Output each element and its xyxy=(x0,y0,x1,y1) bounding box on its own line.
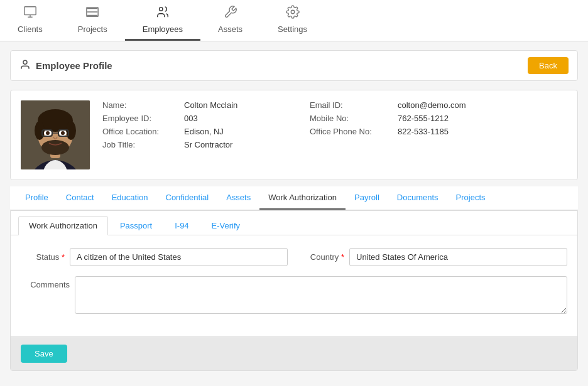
employee-info-card: Name: Colton Mcclain Email ID: colton@de… xyxy=(10,90,578,180)
inner-tabs: Work Authorization Passport I-94 E-Verif… xyxy=(11,211,577,235)
mobile-value: 762-555-1212 xyxy=(398,114,523,123)
employees-icon xyxy=(156,5,170,22)
nav-label-settings: Settings xyxy=(278,24,307,34)
projects-icon xyxy=(85,5,99,22)
name-label: Name: xyxy=(102,100,184,110)
job-title-label: Job Title: xyxy=(102,140,184,149)
location-label: Office Location: xyxy=(102,127,184,136)
employee-id-label: Employee ID: xyxy=(102,114,184,123)
nav-item-assets[interactable]: Assets xyxy=(200,0,260,41)
back-button[interactable]: Back xyxy=(528,57,569,74)
inner-tab-everify[interactable]: E-Verify xyxy=(201,216,251,235)
comments-textarea[interactable] xyxy=(75,276,567,314)
tab-assets[interactable]: Assets xyxy=(217,186,259,210)
main-content: Employee Profile Back xyxy=(0,41,588,380)
tab-education[interactable]: Education xyxy=(103,186,157,210)
nav-label-projects: Projects xyxy=(78,24,107,34)
save-button[interactable]: Save xyxy=(21,345,67,363)
inner-tab-passport[interactable]: Passport xyxy=(109,216,163,235)
job-title-value: Sr Contractor xyxy=(184,140,310,149)
email-value: colton@demo.com xyxy=(398,100,523,110)
top-navigation: Clients Projects Employees Assets xyxy=(0,0,588,41)
location-value: Edison, NJ xyxy=(184,127,310,136)
inner-tab-work-auth[interactable]: Work Authorization xyxy=(18,216,108,235)
svg-rect-0 xyxy=(24,7,36,15)
phone-value: 822-533-1185 xyxy=(398,127,523,136)
nav-label-assets: Assets xyxy=(218,24,242,34)
comments-row: Comments xyxy=(21,276,567,314)
tab-profile[interactable]: Profile xyxy=(16,186,57,210)
nav-item-projects[interactable]: Projects xyxy=(60,0,125,41)
svg-point-20 xyxy=(61,131,65,135)
profile-tabs: Profile Contact Education Confidential A… xyxy=(10,186,578,210)
profile-header-left: Employee Profile xyxy=(19,59,112,73)
mobile-label: Mobile No: xyxy=(310,114,398,123)
nav-label-clients: Clients xyxy=(18,24,43,34)
nav-item-settings[interactable]: Settings xyxy=(260,0,325,41)
svg-point-4 xyxy=(159,8,163,11)
clients-icon xyxy=(23,5,37,22)
work-auth-form: Status * Country * Comments xyxy=(11,235,577,336)
country-group: Country * xyxy=(300,248,567,266)
nav-label-employees: Employees xyxy=(143,24,183,34)
svg-point-6 xyxy=(23,60,27,64)
name-value: Colton Mcclain xyxy=(184,100,310,110)
form-footer: Save xyxy=(11,336,577,370)
svg-point-5 xyxy=(291,10,295,14)
tab-documents[interactable]: Documents xyxy=(388,186,447,210)
tab-work-authorization[interactable]: Work Authorization xyxy=(259,186,346,210)
employee-id-value: 003 xyxy=(184,114,310,123)
employee-details: Name: Colton Mcclain Email ID: colton@de… xyxy=(102,100,523,169)
svg-point-16 xyxy=(41,140,69,155)
status-label: Status * xyxy=(21,252,65,262)
svg-point-19 xyxy=(46,131,50,135)
tab-projects[interactable]: Projects xyxy=(447,186,494,210)
nav-item-employees[interactable]: Employees xyxy=(125,0,200,41)
email-label: Email ID: xyxy=(310,100,398,110)
assets-icon xyxy=(224,5,237,22)
tab-payroll[interactable]: Payroll xyxy=(346,186,388,210)
settings-icon xyxy=(286,5,300,22)
country-input[interactable] xyxy=(349,248,567,266)
tab-contact[interactable]: Contact xyxy=(57,186,103,210)
status-input[interactable] xyxy=(70,248,288,266)
phone-label: Office Phone No: xyxy=(310,127,398,136)
status-country-row: Status * Country * xyxy=(21,248,567,266)
profile-section-title: Employee Profile xyxy=(36,60,112,71)
nav-item-clients[interactable]: Clients xyxy=(0,0,60,41)
profile-header-bar: Employee Profile Back xyxy=(10,50,578,81)
tab-confidential[interactable]: Confidential xyxy=(157,186,218,210)
profile-header-icon xyxy=(19,59,31,73)
status-group: Status * xyxy=(21,248,288,266)
employee-photo xyxy=(21,100,90,169)
comments-label: Comments xyxy=(21,276,70,289)
inner-tab-i94[interactable]: I-94 xyxy=(164,216,199,235)
country-label: Country * xyxy=(300,252,344,262)
work-auth-content-area: Work Authorization Passport I-94 E-Verif… xyxy=(10,210,578,371)
